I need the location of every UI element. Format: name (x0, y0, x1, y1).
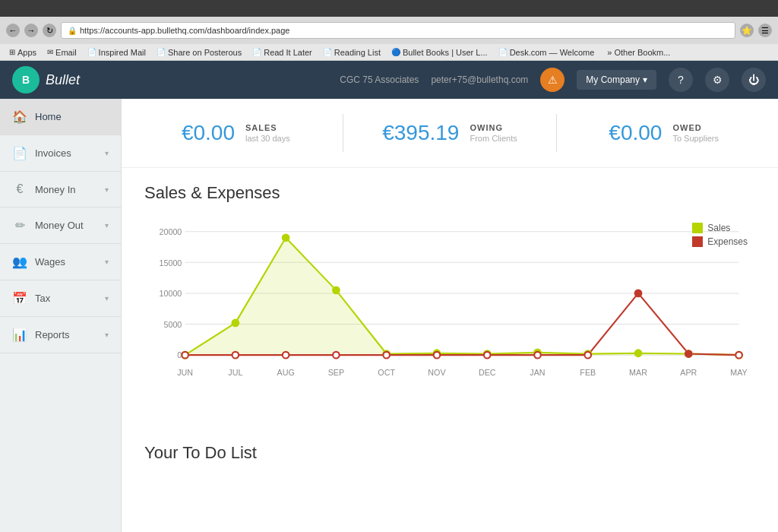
stat-divider (556, 114, 557, 152)
sidebar-icon-reports: 📊 (12, 328, 27, 342)
app-container: B Bullet CGC 75 Associates peter+75@bull… (0, 61, 778, 532)
bookmark-item[interactable]: 🔵Bullet Books | User L... (387, 46, 492, 59)
chart-legend: SalesExpenses (692, 223, 748, 247)
sidebar-label-tax: Tax (35, 293, 97, 304)
chevron-icon: ▾ (105, 185, 109, 194)
company-dropdown-button[interactable]: My Company ▾ (577, 70, 656, 90)
stat-label-0: SALES (245, 123, 290, 132)
svg-point-38 (383, 352, 390, 359)
bookmark-icon: 🔵 (391, 48, 400, 56)
bookmark-icon: 📄 (87, 48, 96, 56)
chevron-icon: ▾ (105, 331, 109, 339)
bookmarks-bar: ⊞Apps✉Email📄Inspired Mail📄Share on Poste… (0, 44, 778, 61)
legend-label: Sales (707, 223, 730, 233)
svg-text:DEC: DEC (479, 368, 496, 377)
sidebar-item-money-in[interactable]: € Money In ▾ (0, 172, 121, 207)
sidebar-item-reports[interactable]: 📊 Reports ▾ (0, 317, 121, 353)
help-button[interactable]: ? (669, 68, 693, 92)
stat-sublabel-1: From Clients (470, 134, 517, 143)
sales-chart: 05000100001500020000JUNJULAUGSEPOCTNOVDE… (144, 215, 755, 413)
svg-point-42 (584, 352, 591, 359)
svg-text:15000: 15000 (160, 258, 182, 268)
chart-section: Sales & Expenses 05000100001500020000JUN… (122, 168, 778, 428)
warning-button[interactable]: ⚠ (540, 68, 565, 92)
stat-sublabel-2: To Suppliers (672, 134, 719, 143)
bookmark-icon: 📄 (252, 48, 261, 56)
svg-point-35 (232, 352, 239, 359)
bookmark-icon: ✉ (47, 48, 53, 56)
legend-item: Sales (692, 223, 748, 233)
logo: B Bullet (12, 66, 80, 93)
settings-button[interactable]: ⚙ (705, 68, 729, 92)
ssl-icon: 🔒 (68, 27, 77, 35)
bookmark-label: Share on Posterous (168, 48, 242, 57)
bookmark-label: Apps (17, 48, 36, 57)
logo-initial: B (22, 74, 30, 86)
bookmark-icon: ⊞ (9, 48, 15, 56)
menu-button[interactable]: ☰ (758, 24, 772, 37)
back-button[interactable]: ← (6, 24, 20, 37)
svg-text:NOV: NOV (428, 368, 446, 377)
stat-sublabel-0: last 30 days (245, 134, 290, 143)
logo-icon: B (12, 66, 40, 93)
sidebar-label-reports: Reports (35, 329, 97, 340)
bookmark-item[interactable]: 📄Reading List (318, 46, 385, 59)
sidebar-item-money-out[interactable]: ✏ Money Out ▾ (0, 207, 121, 244)
bookmark-label: Desk.com — Welcome (510, 48, 595, 57)
stat-info-1: OWING From Clients (470, 123, 517, 143)
url-bar[interactable]: 🔒 https://accounts-app.bullethq.com/dash… (61, 22, 735, 39)
sidebar-item-tax[interactable]: 📅 Tax ▾ (0, 280, 121, 317)
svg-text:JAN: JAN (530, 368, 545, 377)
chevron-icon: ▾ (105, 149, 109, 157)
svg-text:JUL: JUL (228, 368, 242, 377)
bookmark-item[interactable]: ✉Email (43, 46, 81, 59)
stat-amount-1: €395.19 (382, 121, 459, 145)
browser-toolbar: ← → ↻ 🔒 https://accounts-app.bullethq.co… (0, 17, 778, 44)
logo-text: Bullet (46, 72, 80, 88)
svg-text:APR: APR (680, 368, 697, 377)
power-button[interactable]: ⏻ (742, 68, 766, 92)
sidebar-item-invoices[interactable]: 📄 Invoices ▾ (0, 135, 121, 172)
sidebar-label-wages: Wages (35, 256, 97, 268)
svg-text:OCT: OCT (378, 368, 395, 377)
svg-text:MAY: MAY (730, 368, 747, 377)
svg-point-25 (333, 287, 340, 294)
svg-point-24 (283, 234, 289, 241)
sidebar-icon-invoices: 📄 (12, 146, 27, 160)
bookmark-item[interactable]: » Other Bookm... (600, 46, 675, 59)
legend-label: Expenses (707, 236, 748, 247)
svg-point-44 (685, 350, 692, 357)
stat-item-0: €0.00 SALES last 30 days (144, 121, 327, 145)
bookmark-item[interactable]: ⊞Apps (5, 46, 41, 59)
sidebar-item-wages[interactable]: 👥 Wages ▾ (0, 244, 121, 280)
sidebar-label-invoices: Invoices (35, 147, 97, 159)
extensions-button[interactable]: ⭐ (740, 24, 754, 37)
sidebar-icon-money-in: € (12, 182, 27, 196)
forward-button[interactable]: → (24, 24, 38, 37)
bookmark-label: Bullet Books | User L... (403, 48, 488, 57)
legend-color (692, 236, 703, 247)
svg-point-31 (635, 350, 642, 356)
legend-item: Expenses (692, 236, 748, 247)
browser-title-bar (0, 0, 778, 17)
sidebar-label-money-out: Money Out (35, 220, 97, 231)
todo-title: Your To Do List (144, 443, 755, 463)
stat-amount-2: €0.00 (609, 121, 662, 145)
bookmark-item[interactable]: 📄Desk.com — Welcome (494, 46, 599, 59)
bookmark-item[interactable]: 📄Inspired Mail (83, 46, 150, 59)
svg-point-43 (635, 290, 642, 297)
sidebar-label-home: Home (35, 111, 109, 122)
company-name: CGC 75 Associates (340, 74, 419, 85)
chart-title: Sales & Expenses (144, 183, 755, 203)
bookmark-label: Read It Later (264, 48, 312, 57)
bookmark-item[interactable]: 📄Share on Posterous (152, 46, 246, 59)
main-content: €0.00 SALES last 30 days €395.19 OWING F… (122, 99, 778, 532)
bookmark-item[interactable]: 📄Read It Later (248, 46, 317, 59)
chevron-icon: ▾ (105, 258, 109, 266)
bookmark-label: Inspired Mail (99, 48, 146, 57)
chevron-icon: ▾ (105, 294, 109, 302)
sidebar-item-home[interactable]: 🏠 Home (0, 99, 121, 135)
refresh-button[interactable]: ↻ (43, 24, 56, 37)
svg-text:5000: 5000 (163, 320, 182, 329)
svg-point-34 (182, 352, 188, 359)
